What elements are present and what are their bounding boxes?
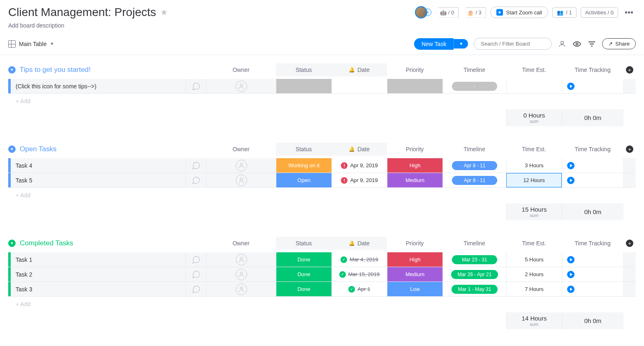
col-status[interactable]: Status [276,143,331,156]
col-date[interactable]: 🔔Date [331,237,387,250]
group-title[interactable]: Open Tasks [20,145,56,153]
owner-cell[interactable] [206,79,276,93]
timetrack-cell[interactable] [562,252,623,267]
task-name[interactable]: Task 3 [11,282,185,296]
chat-icon[interactable] [185,173,206,187]
col-date[interactable]: 🔔Date [331,63,387,76]
owner-cell[interactable] [206,173,276,187]
add-column[interactable]: + [623,66,636,74]
avatar-badge-icon[interactable]: ⎘ [424,9,431,16]
add-row[interactable]: + Add [11,98,636,104]
task-name[interactable]: (Click this icon for some tips-->) [11,79,185,93]
status-cell[interactable]: Done [276,252,331,267]
col-status[interactable]: Status [276,63,331,76]
timeest-cell[interactable]: 2 Hours [506,267,562,281]
date-cell[interactable]: !Apr 9, 2019 [331,158,387,173]
timetrack-cell[interactable] [562,158,623,173]
owner-cell[interactable] [206,282,276,296]
timeline-cell[interactable]: Mar 23 - 31 [442,252,506,267]
add-column[interactable]: + [623,145,636,153]
new-task-dropdown[interactable]: ▼ [454,39,468,48]
timetrack-cell[interactable] [562,173,623,187]
timeline-cell[interactable]: Apr 8 - 11 [442,173,506,187]
automation-count[interactable]: 🤖 / 0 [436,7,459,18]
chat-icon[interactable] [185,252,206,267]
eye-icon[interactable] [572,39,581,48]
board-title[interactable]: Client Management: Projects [8,6,156,19]
date-cell[interactable] [331,79,387,93]
priority-cell[interactable]: High [387,252,442,267]
date-cell[interactable]: ✓Mar 4, 2019 [331,252,387,267]
task-name[interactable]: Task 4 [11,158,185,173]
col-timetrack[interactable]: Time Tracking [562,67,623,73]
collapse-icon[interactable]: ▼ [8,66,16,74]
col-timeest[interactable]: Time Est. [506,146,562,152]
col-status[interactable]: Status [276,237,331,250]
collapse-icon[interactable]: ▼ [8,240,16,247]
col-owner[interactable]: Owner [206,240,276,247]
more-menu-icon[interactable]: ••• [622,8,636,17]
status-cell[interactable]: Done [276,282,331,296]
priority-cell[interactable] [387,79,442,93]
owner-cell[interactable] [206,252,276,267]
priority-cell[interactable]: Medium [387,267,442,281]
zoom-button[interactable]: ■ Start Zoom call [490,7,548,18]
play-icon[interactable] [567,162,575,169]
timetrack-cell[interactable] [562,79,623,93]
col-timetrack[interactable]: Time Tracking [562,240,623,247]
timeline-cell[interactable]: Mar 1 - May 31 [442,282,506,296]
col-timetrack[interactable]: Time Tracking [562,146,623,152]
chat-icon[interactable] [185,158,206,173]
task-name[interactable]: Task 2 [11,267,185,281]
owner-cell[interactable] [206,267,276,281]
play-icon[interactable] [567,256,575,263]
integration-count[interactable]: 🎂 / 3 [463,7,486,18]
col-timeline[interactable]: Timeline [442,146,506,152]
priority-cell[interactable]: Medium [387,173,442,187]
timeline-cell[interactable]: Mar 26 - Apr 21 [442,267,506,281]
col-timeline[interactable]: Timeline [442,67,506,73]
group-title[interactable]: Completed Tasks [20,239,73,247]
col-owner[interactable]: Owner [206,146,276,152]
play-icon[interactable] [567,83,575,90]
col-timeest[interactable]: Time Est. [506,240,562,247]
status-cell[interactable]: Open [276,173,331,187]
play-icon[interactable] [567,286,575,293]
add-row[interactable]: + Add [11,301,636,307]
timetrack-cell[interactable] [562,267,623,281]
timetrack-cell[interactable] [562,282,623,296]
status-cell[interactable] [276,79,331,93]
chat-icon[interactable] [185,282,206,296]
col-date[interactable]: 🔔Date [331,143,387,156]
collapse-icon[interactable]: ▼ [8,145,16,153]
chat-icon[interactable] [185,267,206,281]
status-cell[interactable]: Done [276,267,331,281]
star-icon[interactable]: ★ [160,7,168,17]
view-selector[interactable]: Main Table ▼ [8,40,54,48]
col-timeest[interactable]: Time Est. [506,67,562,73]
share-button[interactable]: ↗ Share [602,38,636,49]
col-timeline[interactable]: Timeline [442,240,506,247]
task-name[interactable]: Task 5 [11,173,185,187]
date-cell[interactable]: ✓Apr 1 [331,282,387,296]
board-description[interactable]: Add board description [8,22,636,29]
timeline-cell[interactable]: Apr 8 - 11 [442,158,506,173]
new-task-button[interactable]: New Task [414,38,454,50]
col-priority[interactable]: Priority [387,146,442,152]
date-cell[interactable]: !Apr 9, 2019 [331,173,387,187]
priority-cell[interactable]: High [387,158,442,173]
timeest-cell[interactable] [506,79,562,93]
owner-cell[interactable] [206,158,276,173]
play-icon[interactable] [567,177,575,184]
timeest-cell[interactable]: 12 Hours [506,173,562,187]
date-cell[interactable]: ✓Mar 15, 2019 [331,267,387,281]
group-title[interactable]: Tips to get you started! [20,66,90,74]
activities-button[interactable]: Activities / 0 [581,7,618,18]
status-cell[interactable]: Working on it [276,158,331,173]
people-button[interactable]: 👥 / 1 [552,7,576,18]
col-priority[interactable]: Priority [387,67,442,73]
add-column[interactable]: + [623,240,636,247]
col-owner[interactable]: Owner [206,67,276,73]
chat-icon[interactable] [185,79,206,93]
timeest-cell[interactable]: 5 Hours [506,252,562,267]
